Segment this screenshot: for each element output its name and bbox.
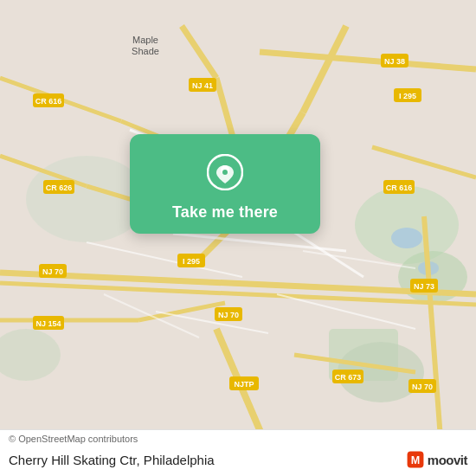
copyright-text: © OpenStreetMap contributors bbox=[9, 434, 138, 444]
copyright-row: © OpenStreetMap contributors bbox=[0, 430, 476, 446]
location-row: Cherry Hill Skating Ctr, Philadelphia M … bbox=[0, 446, 476, 476]
svg-point-7 bbox=[391, 228, 422, 248]
svg-text:NJ 154: NJ 154 bbox=[35, 319, 61, 328]
svg-text:M: M bbox=[411, 454, 420, 466]
action-card[interactable]: Take me there bbox=[130, 134, 320, 234]
svg-text:NJ 70: NJ 70 bbox=[218, 311, 239, 319]
svg-text:CR 673: CR 673 bbox=[335, 373, 362, 382]
svg-text:I 295: I 295 bbox=[183, 257, 200, 266]
svg-text:NJTP: NJTP bbox=[234, 380, 254, 389]
bottom-bar: © OpenStreetMap contributors Cherry Hill… bbox=[0, 429, 476, 476]
svg-text:Shade: Shade bbox=[132, 46, 159, 56]
svg-text:CR 626: CR 626 bbox=[46, 183, 73, 192]
svg-text:I 295: I 295 bbox=[399, 92, 416, 100]
map-container: NJ 41 NJ 38 I 295 I 295 CR 616 CR 626 CR… bbox=[0, 0, 476, 476]
svg-text:CR 616: CR 616 bbox=[35, 97, 62, 106]
map-background: NJ 41 NJ 38 I 295 I 295 CR 616 CR 626 CR… bbox=[0, 0, 476, 476]
location-pin-icon bbox=[207, 154, 243, 190]
svg-text:NJ 41: NJ 41 bbox=[192, 81, 213, 90]
svg-text:NJ 70: NJ 70 bbox=[42, 267, 63, 276]
take-me-there-button[interactable]: Take me there bbox=[172, 203, 278, 222]
svg-text:NJ 38: NJ 38 bbox=[384, 57, 405, 66]
moovit-brand-text: moovit bbox=[428, 453, 467, 467]
svg-text:CR 616: CR 616 bbox=[386, 183, 413, 192]
svg-text:NJ 70: NJ 70 bbox=[412, 383, 433, 391]
svg-text:Maple: Maple bbox=[132, 35, 158, 45]
location-text: Cherry Hill Skating Ctr, Philadelphia bbox=[9, 453, 215, 467]
moovit-logo: M moovit bbox=[406, 450, 467, 469]
moovit-icon: M bbox=[406, 450, 425, 469]
location-icon-wrap bbox=[203, 150, 248, 195]
svg-point-68 bbox=[222, 170, 228, 175]
svg-text:NJ 73: NJ 73 bbox=[414, 282, 434, 291]
